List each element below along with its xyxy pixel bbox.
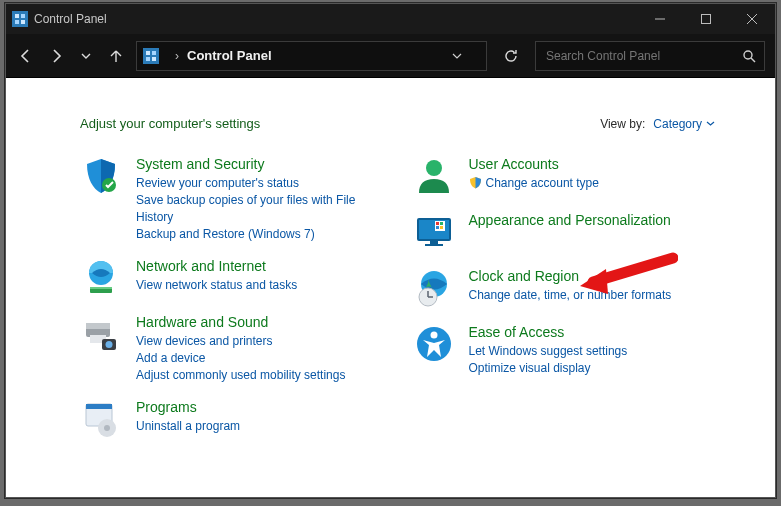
user-icon [413,155,455,197]
sublink[interactable]: Review your computer's status [136,175,383,192]
titlebar: Control Panel [6,4,775,34]
svg-point-29 [426,160,442,176]
back-button[interactable] [16,46,36,66]
forward-button[interactable] [46,46,66,66]
svg-rect-13 [152,57,156,61]
sublink[interactable]: Optimize visual display [469,360,628,377]
window-title: Control Panel [34,12,637,26]
svg-rect-10 [146,51,150,55]
refresh-button[interactable] [497,41,525,71]
svg-rect-1 [15,14,19,18]
svg-rect-36 [440,222,443,225]
sublink[interactable]: Change date, time, or number formats [469,287,672,304]
page-heading: Adjust your computer's settings [80,116,260,131]
up-button[interactable] [106,46,126,66]
category-title[interactable]: Clock and Region [469,267,672,285]
recent-locations-button[interactable] [76,46,96,66]
control-panel-window: Control Panel › Control Panel [5,3,776,498]
category-network-and-internet: Network and Internet View network status… [80,257,383,299]
category-title[interactable]: System and Security [136,155,383,173]
monitor-icon [413,211,455,253]
category-title[interactable]: Ease of Access [469,323,628,341]
search-icon[interactable] [742,49,756,63]
svg-rect-2 [21,14,25,18]
address-box[interactable]: › Control Panel [136,41,487,71]
left-column: System and Security Review your computer… [80,155,383,454]
svg-point-28 [104,425,110,431]
svg-rect-21 [86,323,110,329]
svg-point-24 [106,341,113,348]
svg-rect-37 [436,226,439,229]
svg-rect-11 [152,51,156,55]
svg-rect-12 [146,57,150,61]
sublink[interactable]: Uninstall a program [136,418,240,435]
globe-network-icon [80,257,122,299]
category-ease-of-access: Ease of Access Let Windows suggest setti… [413,323,716,377]
category-title[interactable]: Network and Internet [136,257,297,275]
control-panel-icon [12,11,28,27]
category-title[interactable]: Appearance and Personalization [469,211,671,229]
svg-rect-26 [86,404,112,409]
svg-point-44 [430,332,437,339]
close-button[interactable] [729,4,775,34]
breadcrumb-location[interactable]: Control Panel [187,48,272,63]
search-input[interactable] [544,48,742,64]
view-by-group: View by: Category [600,117,715,131]
shield-icon [80,155,122,197]
sublink[interactable]: Add a device [136,350,345,367]
sublink[interactable]: View network status and tasks [136,277,297,294]
breadcrumb-chevron-icon[interactable]: › [167,49,187,63]
svg-rect-38 [440,226,443,229]
sublink[interactable]: Backup and Restore (Windows 7) [136,226,383,243]
view-by-label: View by: [600,117,645,131]
view-by-value: Category [653,117,702,131]
svg-rect-19 [90,287,112,289]
category-appearance-and-personalization: Appearance and Personalization [413,211,716,253]
svg-rect-30 [418,219,450,240]
category-title[interactable]: Programs [136,398,240,416]
address-dropdown-button[interactable] [452,51,480,61]
svg-rect-33 [425,244,443,246]
maximize-button[interactable] [683,4,729,34]
sublink[interactable]: Save backup copies of your files with Fi… [136,192,383,226]
sublink[interactable]: View devices and printers [136,333,345,350]
location-icon [143,48,159,64]
sublink[interactable]: Adjust commonly used mobility settings [136,367,345,384]
svg-rect-35 [436,222,439,225]
right-column: User Accounts Change account type Appear… [413,155,716,454]
view-by-dropdown[interactable]: Category [653,117,715,131]
svg-rect-4 [21,20,25,24]
svg-line-15 [751,58,755,62]
search-box[interactable] [535,41,765,71]
chevron-down-icon [706,119,715,128]
svg-rect-3 [15,20,19,24]
printer-camera-icon [80,313,122,355]
category-programs: Programs Uninstall a program [80,398,383,440]
category-title[interactable]: User Accounts [469,155,599,173]
svg-point-14 [744,51,752,59]
category-user-accounts: User Accounts Change account type [413,155,716,197]
sublink[interactable]: Let Windows suggest settings [469,343,628,360]
uac-shield-icon [469,176,482,189]
svg-rect-32 [430,241,438,244]
category-hardware-and-sound: Hardware and Sound View devices and prin… [80,313,383,384]
address-toolbar: › Control Panel [6,34,775,78]
category-system-and-security: System and Security Review your computer… [80,155,383,243]
svg-rect-6 [702,15,711,24]
sublink-text: Change account type [486,176,599,190]
category-clock-and-region: Clock and Region Change date, time, or n… [413,267,716,309]
programs-icon [80,398,122,440]
accessibility-icon [413,323,455,365]
clock-globe-icon [413,267,455,309]
minimize-button[interactable] [637,4,683,34]
category-title[interactable]: Hardware and Sound [136,313,345,331]
content-area: Adjust your computer's settings View by:… [6,78,775,497]
sublink[interactable]: Change account type [469,175,599,192]
